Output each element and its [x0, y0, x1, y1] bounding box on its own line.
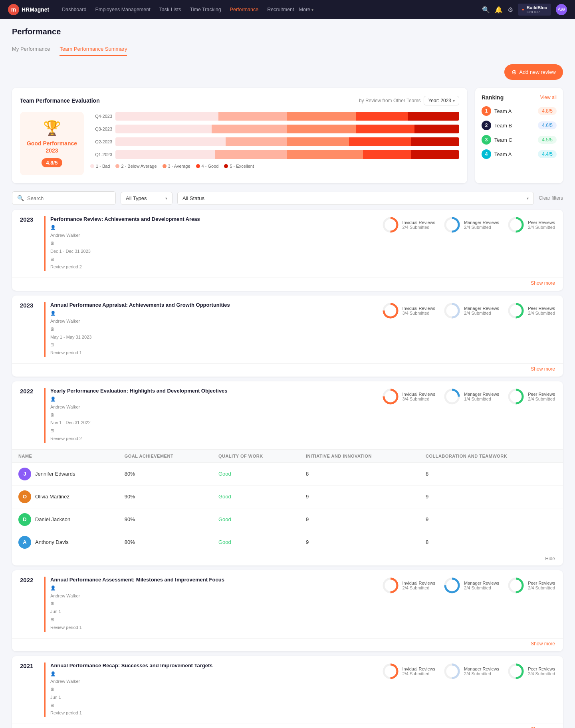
show-more-4[interactable]: Show more	[12, 639, 563, 651]
review-date-3: 🗓 Nov 1 - Dec 31 2022	[50, 411, 375, 427]
review-item-1: 2023 Performance Review: Achievements an…	[12, 210, 563, 291]
ranking-header: Ranking View all	[482, 94, 557, 101]
year-select[interactable]: Year: 2023 ▾	[424, 96, 459, 105]
review-date-2: 🗓 May 1 - May 31 2023	[50, 325, 375, 341]
review-circles-3: Invidual Reviews 3/4 Submitted Man	[382, 388, 555, 405]
review-period-3: ⊞ Review period 2	[50, 427, 375, 443]
circle-individual-2: Invidual Reviews 3/4 Submitted	[382, 302, 436, 319]
avatar-daniel: D	[18, 513, 31, 526]
bar-seg-1	[115, 112, 218, 121]
review-year-1: 2023	[20, 216, 38, 223]
type-filter[interactable]: All Types ▾	[121, 192, 172, 205]
review-row-4: 2022 Annual Performance Assessment: Mile…	[12, 570, 563, 639]
filters-container: 🔍 All Types ▾ All Status ▾ Clear filters	[12, 191, 563, 205]
score-badge: 4.8/5	[42, 158, 63, 167]
review-period-5: ⊞ Review period 1	[50, 702, 375, 718]
tab-my-performance[interactable]: My Performance	[12, 43, 50, 56]
nav-more[interactable]: More ▾	[299, 4, 313, 15]
search-icon: 🔍	[17, 195, 24, 201]
review-date-5: 🗓 Jun 1	[50, 686, 375, 702]
circle-chart-peer-2	[507, 302, 525, 319]
review-period-2: ⊞ Review period 1	[50, 341, 375, 357]
table-row: A Anthony Davis 80% Good 9 8	[12, 531, 563, 553]
avatar-anthony: A	[18, 536, 31, 549]
bar-seg-3	[287, 112, 356, 121]
table-header: NAME GOAL ACHIEVEMENT QUALITY OF WORK IN…	[12, 450, 563, 463]
type-chevron-icon: ▾	[165, 196, 167, 200]
nav-time[interactable]: Time Tracking	[186, 4, 225, 15]
rank-score-1: 4.8/5	[538, 107, 557, 115]
eval-title: Team Performance Evaluation	[20, 97, 100, 104]
nav-employees[interactable]: Employees Management	[91, 4, 154, 15]
circle-chart-peer-1	[507, 216, 525, 234]
rank-num-1: 1	[482, 106, 491, 116]
circle-label-peer-1: Peer Reviews	[528, 220, 555, 225]
nav-recruitment[interactable]: Recruitment	[263, 4, 298, 15]
search-icon[interactable]: 🔍	[482, 6, 490, 14]
score-label: Good Performance2023	[27, 140, 77, 154]
review-meta-1: 👤 Andrew Walker 🗓 Dec 1 - Dec 31 2023 ⊞ …	[50, 224, 375, 271]
eval-body: 🏆 Good Performance2023 4.8/5 Q4-2023	[20, 112, 459, 175]
tabs: My Performance Team Performance Summary	[12, 43, 563, 56]
cell-name: J Jennifer Edwards	[12, 462, 118, 485]
table-row: D Daniel Jackson 90% Good 9 9	[12, 508, 563, 531]
review-title-5: Annual Performance Recap: Successes and …	[50, 663, 375, 668]
avatar-olivia: O	[18, 490, 31, 503]
review-date-4: 🗓 Jun 1	[50, 600, 375, 616]
search-input[interactable]	[27, 195, 111, 201]
col-name: NAME	[12, 450, 118, 463]
review-row-3: 2022 Yearly Performance Evaluation: High…	[12, 381, 563, 450]
type-select[interactable]: All Types ▾	[121, 192, 172, 205]
score-box: 🏆 Good Performance2023 4.8/5	[20, 112, 84, 175]
legend-dot-2	[115, 164, 119, 168]
hide-btn-3[interactable]: Hide	[12, 553, 563, 565]
legend-4: 4 - Good	[196, 164, 219, 169]
plus-icon: ⊕	[512, 68, 517, 76]
review-table-3: NAME GOAL ACHIEVEMENT QUALITY OF WORK IN…	[12, 450, 563, 553]
legend-1: 1 - Bad	[90, 164, 110, 169]
nav-performance[interactable]: Performance	[226, 4, 263, 15]
col-goal: GOAL ACHIEVEMENT	[118, 450, 212, 463]
buildbloc-brand: ▪ BuildBloc GROUP	[518, 4, 551, 16]
logo[interactable]: m HRMagnet	[8, 4, 49, 15]
cell-quality: Good	[212, 462, 299, 485]
view-all-link[interactable]: View all	[540, 95, 557, 100]
status-filter[interactable]: All Status ▾	[177, 192, 534, 205]
review-year-2: 2023	[20, 302, 38, 309]
review-info-1: Performance Review: Achievements and Dev…	[44, 216, 375, 271]
show-more-2[interactable]: Show more	[12, 364, 563, 377]
show-more-5[interactable]: Show more	[12, 724, 563, 728]
review-row-2: 2023 Annual Performance Appraisal: Achie…	[12, 296, 563, 364]
tab-team-performance[interactable]: Team Performance Summary	[59, 43, 127, 56]
rank-num-3: 3	[482, 135, 491, 145]
circle-chart-ind-2	[382, 302, 399, 319]
rank-name-1: Team A	[494, 108, 535, 114]
nav-tasks[interactable]: Task Lists	[155, 4, 185, 15]
review-info-2: Annual Performance Appraisal: Achievemen…	[44, 302, 375, 357]
legend-dot-1	[90, 164, 94, 168]
user-avatar[interactable]: AW	[556, 4, 567, 15]
status-select[interactable]: All Status ▾	[177, 192, 534, 205]
review-author-4: 👤 Andrew Walker	[50, 584, 375, 600]
brand-sub: GROUP	[527, 10, 547, 14]
circle-peer-3: Peer Reviews 2/4 Submitted	[507, 388, 555, 405]
bar-label-q4: Q4-2023	[90, 114, 112, 119]
rank-num-2: 2	[482, 121, 491, 130]
bar-row-q2: Q2-2023	[90, 137, 459, 146]
legend-2: 2 - Below Average	[115, 164, 157, 169]
review-item-5: 2021 Annual Performance Recap: Successes…	[12, 656, 563, 728]
search-box[interactable]: 🔍	[12, 191, 116, 205]
review-year-5: 2021	[20, 663, 38, 669]
add-review-button[interactable]: ⊕ Add new review	[504, 64, 563, 80]
review-list: 2023 Performance Review: Achievements an…	[12, 210, 563, 728]
circle-chart-mgr-1	[443, 216, 461, 234]
notification-icon[interactable]: 🔔	[495, 6, 503, 14]
review-info-3: Yearly Performance Evaluation: Highlight…	[44, 388, 375, 443]
show-more-1[interactable]: Show more	[12, 278, 563, 291]
bar-q1	[115, 150, 459, 159]
circle-sub-peer-1: 2/4 Submitted	[528, 225, 555, 230]
circle-manager-2: Manager Reviews 2/4 Submitted	[443, 302, 499, 319]
nav-dashboard[interactable]: Dashboard	[58, 4, 90, 15]
settings-icon[interactable]: ⚙	[508, 6, 513, 14]
clear-filters-link[interactable]: Clear filters	[539, 195, 563, 201]
